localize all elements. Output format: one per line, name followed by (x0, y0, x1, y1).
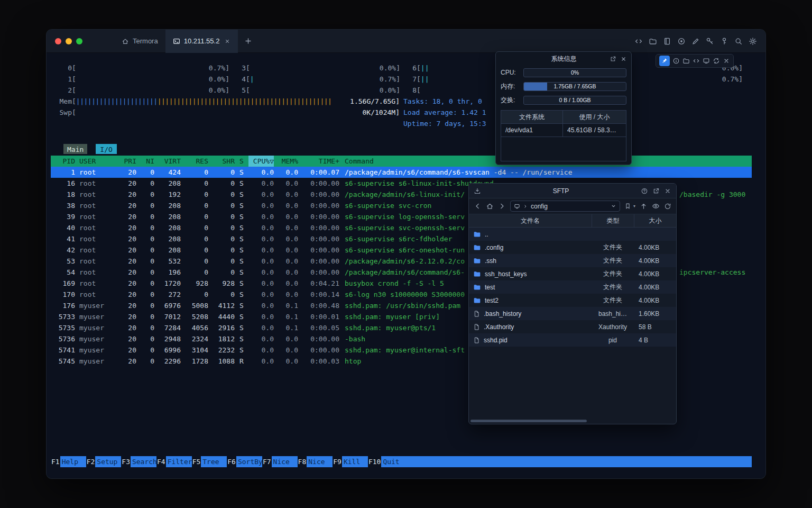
file-size: 4 B (634, 337, 676, 344)
system-info-titlebar: 系统信息 (496, 52, 631, 66)
function-key[interactable]: F10Quit (368, 456, 407, 467)
col-time[interactable]: TIME+ (298, 156, 339, 167)
cpu-meter: 3[0.0%] (233, 62, 400, 74)
file-row[interactable]: .Xauthority Xauthority 58 B (469, 320, 676, 333)
close-icon[interactable] (664, 187, 671, 195)
htop-tab-main[interactable]: Main (63, 144, 87, 154)
edit-icon[interactable] (691, 37, 700, 46)
process-row[interactable]: 1 root 20 0 424 0 0 S 0.0 0.0 0:00.07 /p… (51, 167, 752, 178)
cpu-meter: 2[0.0%] (59, 85, 229, 96)
show-hidden-eye-icon[interactable] (652, 202, 660, 210)
function-key[interactable]: F3Search (121, 456, 156, 467)
code-icon[interactable] (634, 37, 643, 46)
tab-label: Termora (133, 37, 158, 45)
function-key[interactable]: F9Kill (333, 456, 368, 467)
file-row[interactable]: test 文件夹 4.00KB (469, 280, 676, 294)
file-type: 文件夹 (592, 256, 634, 265)
fs-col-usage: 使用 / 大小 (562, 111, 626, 123)
folder-icon (473, 283, 481, 291)
upload-icon[interactable] (640, 202, 648, 210)
file-name: .ssh (485, 257, 496, 265)
window-zoom-button[interactable] (76, 38, 82, 44)
back-icon[interactable] (474, 202, 482, 210)
bookmark-caret-icon[interactable]: ▾ (633, 204, 635, 208)
col-type[interactable]: 类型 (592, 214, 634, 228)
file-size: 4.00KB (634, 297, 676, 304)
file-row[interactable]: test2 文件夹 4.00KB (469, 294, 676, 307)
chevron-down-icon[interactable] (611, 203, 616, 209)
col-virt[interactable]: VIRT (154, 156, 181, 167)
settings-icon[interactable] (749, 37, 757, 46)
forward-icon[interactable] (498, 202, 506, 210)
search-icon[interactable] (734, 37, 743, 46)
function-key[interactable]: F2Setup (86, 456, 122, 467)
token-icon[interactable] (720, 37, 728, 46)
monitor-icon[interactable] (703, 57, 710, 65)
path-breadcrumb[interactable]: config (510, 201, 620, 212)
col-user[interactable]: USER (75, 156, 115, 167)
file-row[interactable]: .. (469, 228, 676, 241)
refresh-icon[interactable] (664, 203, 671, 210)
file-type: bash_hi… (592, 310, 634, 318)
new-tab-button[interactable] (240, 33, 256, 49)
function-key[interactable]: F6SortBy (227, 456, 262, 467)
col-filename[interactable]: 文件名 (469, 216, 592, 225)
log-icon[interactable] (663, 37, 671, 46)
file-row[interactable]: .ssh 文件夹 4.00KB (469, 254, 676, 267)
open-in-window-icon[interactable] (652, 187, 660, 195)
htop-tab-io[interactable]: I/O (96, 144, 116, 154)
file-row[interactable]: ssh_host_keys 文件夹 4.00KB (469, 267, 676, 280)
folder-icon (473, 243, 481, 251)
open-in-window-icon[interactable] (610, 56, 616, 62)
tab-termora-home[interactable]: Termora (114, 30, 165, 53)
close-panel-icon[interactable] (620, 56, 627, 62)
col-state[interactable]: S (235, 156, 248, 167)
file-row[interactable]: .bash_history bash_hi… 1.60KB (469, 307, 676, 320)
path-segment[interactable]: config (531, 203, 548, 210)
folder-icon (473, 296, 481, 304)
close-icon[interactable] (723, 57, 730, 65)
function-key[interactable]: F7Nice - (262, 456, 298, 467)
htop-screen-tabs: Main I/O (63, 144, 117, 154)
col-mem[interactable]: MEM% (274, 156, 298, 167)
folder-icon[interactable] (682, 57, 690, 65)
window-close-button[interactable] (55, 38, 61, 44)
window-minimize-button[interactable] (66, 38, 72, 44)
col-shr[interactable]: SHR (208, 156, 235, 167)
folder-icon[interactable] (649, 37, 657, 46)
close-tab-icon[interactable] (224, 38, 230, 44)
scrollbar-thumb[interactable] (470, 420, 587, 422)
col-cpu-sort[interactable]: CPU%▽ (248, 156, 274, 167)
function-key[interactable]: F1Help (51, 456, 86, 467)
function-key[interactable]: F5Tree (192, 456, 227, 467)
chevron-right-icon (523, 204, 528, 209)
info-icon[interactable] (672, 57, 680, 65)
sftp-titlebar[interactable]: SFTP (469, 184, 676, 198)
cpu-meter: 4[|0.7%] (233, 74, 400, 85)
function-key[interactable]: F8Nice + (298, 456, 333, 467)
folder-icon (473, 230, 481, 238)
key-icon[interactable] (706, 37, 714, 46)
bookmark-icon[interactable] (624, 203, 631, 210)
tab-session[interactable]: 10.211.55.2 (165, 30, 238, 53)
record-icon[interactable] (677, 37, 686, 46)
col-size[interactable]: 大小 (634, 214, 676, 228)
col-ni[interactable]: NI (136, 156, 154, 167)
file-row[interactable]: .config 文件夹 4.00KB (469, 241, 676, 254)
sync-icon[interactable] (713, 57, 720, 65)
pin-icon[interactable] (659, 56, 670, 66)
function-key[interactable]: F4Filter (156, 456, 192, 467)
memory-usage-bar: 1.75GB / 7.65GB (523, 82, 626, 91)
col-pid[interactable]: PID (51, 156, 75, 167)
horizontal-scrollbar[interactable] (469, 419, 676, 424)
download-icon[interactable] (474, 187, 481, 195)
file-row[interactable]: sshd.pid pid 4 B (469, 333, 676, 347)
home-icon[interactable] (486, 202, 494, 210)
home-icon (122, 38, 129, 45)
col-res[interactable]: RES (181, 156, 208, 167)
filesystem-row[interactable]: /dev/vda1 45.61GB / 58.3… (501, 123, 626, 137)
col-pri[interactable]: PRI (115, 156, 136, 167)
code-icon[interactable] (693, 57, 700, 65)
help-icon[interactable] (641, 187, 648, 195)
system-info-panel: 系统信息 CPU: 0% 内存: 1.75GB / 7.65GB 交换: 0 B… (495, 51, 632, 165)
